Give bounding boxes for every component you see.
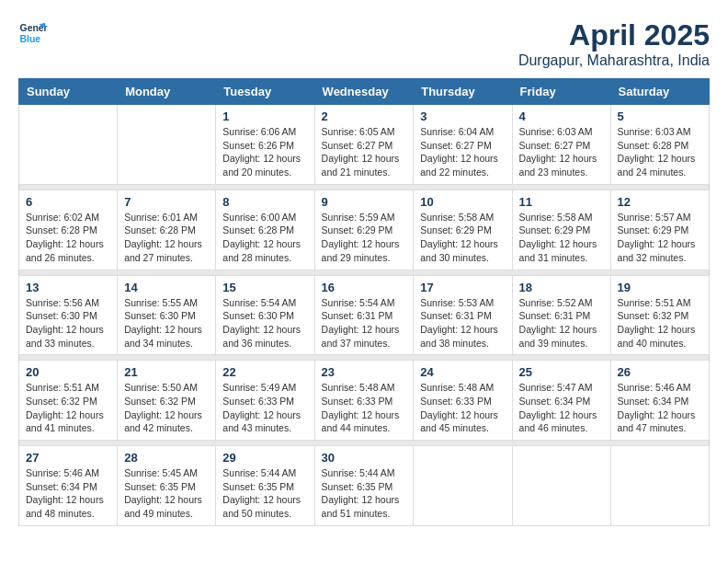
cell-info: Sunrise: 5:44 AMSunset: 6:35 PMDaylight:… bbox=[322, 466, 407, 521]
day-number: 29 bbox=[222, 451, 307, 465]
location-title: Durgapur, Maharashtra, India bbox=[518, 52, 710, 69]
cell-info: Sunrise: 5:51 AMSunset: 6:32 PMDaylight:… bbox=[618, 296, 702, 350]
calendar-cell: 24Sunrise: 5:48 AMSunset: 6:33 PMDayligh… bbox=[414, 361, 512, 441]
cell-info: Sunrise: 5:51 AMSunset: 6:32 PMDaylight:… bbox=[26, 381, 110, 435]
calendar-cell bbox=[19, 105, 118, 185]
day-number: 30 bbox=[322, 451, 407, 465]
cell-info: Sunrise: 5:45 AMSunset: 6:35 PMDaylight:… bbox=[124, 466, 209, 521]
calendar-cell: 12Sunrise: 5:57 AMSunset: 6:29 PMDayligh… bbox=[610, 190, 709, 270]
day-number: 24 bbox=[420, 365, 505, 379]
calendar-table: SundayMondayTuesdayWednesdayThursdayFrid… bbox=[18, 78, 710, 526]
calendar-cell: 27Sunrise: 5:46 AMSunset: 6:34 PMDayligh… bbox=[19, 446, 118, 526]
day-number: 5 bbox=[618, 109, 702, 123]
calendar-week-row: 1Sunrise: 6:06 AMSunset: 6:26 PMDaylight… bbox=[19, 105, 710, 185]
weekday-header-sunday: Sunday bbox=[19, 79, 118, 105]
day-number: 1 bbox=[222, 109, 307, 123]
calendar-cell: 3Sunrise: 6:04 AMSunset: 6:27 PMDaylight… bbox=[414, 105, 512, 185]
calendar-cell: 6Sunrise: 6:02 AMSunset: 6:28 PMDaylight… bbox=[19, 190, 118, 270]
calendar-cell: 18Sunrise: 5:52 AMSunset: 6:31 PMDayligh… bbox=[512, 275, 610, 355]
day-number: 19 bbox=[618, 281, 702, 294]
cell-info: Sunrise: 5:54 AMSunset: 6:30 PMDaylight:… bbox=[222, 296, 307, 350]
day-number: 3 bbox=[420, 109, 505, 123]
calendar-cell: 10Sunrise: 5:58 AMSunset: 6:29 PMDayligh… bbox=[414, 190, 512, 270]
day-number: 12 bbox=[618, 195, 702, 209]
calendar-cell: 5Sunrise: 6:03 AMSunset: 6:28 PMDaylight… bbox=[610, 105, 709, 185]
cell-info: Sunrise: 5:58 AMSunset: 6:29 PMDaylight:… bbox=[420, 211, 505, 265]
calendar-cell: 23Sunrise: 5:48 AMSunset: 6:33 PMDayligh… bbox=[314, 361, 414, 441]
cell-info: Sunrise: 6:05 AMSunset: 6:27 PMDaylight:… bbox=[322, 125, 407, 179]
cell-info: Sunrise: 6:00 AMSunset: 6:28 PMDaylight:… bbox=[222, 211, 307, 265]
day-number: 9 bbox=[322, 195, 407, 209]
day-number: 17 bbox=[420, 281, 505, 294]
cell-info: Sunrise: 5:58 AMSunset: 6:29 PMDaylight:… bbox=[519, 211, 604, 265]
calendar-cell: 7Sunrise: 6:01 AMSunset: 6:28 PMDaylight… bbox=[118, 190, 216, 270]
calendar-cell bbox=[512, 446, 610, 526]
header: General Blue April 2025 Durgapur, Mahara… bbox=[18, 18, 710, 69]
calendar-cell: 11Sunrise: 5:58 AMSunset: 6:29 PMDayligh… bbox=[512, 190, 610, 270]
calendar-cell: 13Sunrise: 5:56 AMSunset: 6:30 PMDayligh… bbox=[19, 275, 118, 355]
cell-info: Sunrise: 5:54 AMSunset: 6:31 PMDaylight:… bbox=[322, 296, 407, 350]
cell-info: Sunrise: 5:49 AMSunset: 6:33 PMDaylight:… bbox=[222, 381, 307, 435]
cell-info: Sunrise: 6:02 AMSunset: 6:28 PMDaylight:… bbox=[26, 211, 110, 265]
calendar-cell: 30Sunrise: 5:44 AMSunset: 6:35 PMDayligh… bbox=[314, 446, 414, 526]
weekday-header-monday: Monday bbox=[118, 79, 216, 105]
cell-info: Sunrise: 6:06 AMSunset: 6:26 PMDaylight:… bbox=[222, 125, 307, 179]
calendar-cell: 8Sunrise: 6:00 AMSunset: 6:28 PMDaylight… bbox=[216, 190, 314, 270]
day-number: 28 bbox=[124, 451, 209, 465]
logo-icon: General Blue bbox=[18, 18, 48, 48]
weekday-header-saturday: Saturday bbox=[610, 79, 709, 105]
cell-info: Sunrise: 5:44 AMSunset: 6:35 PMDaylight:… bbox=[222, 466, 307, 521]
calendar-cell: 1Sunrise: 6:06 AMSunset: 6:26 PMDaylight… bbox=[216, 105, 314, 185]
cell-info: Sunrise: 6:03 AMSunset: 6:27 PMDaylight:… bbox=[519, 125, 604, 179]
calendar-cell bbox=[414, 446, 512, 526]
day-number: 4 bbox=[519, 109, 604, 123]
day-number: 14 bbox=[124, 281, 209, 294]
day-number: 20 bbox=[26, 365, 110, 379]
day-number: 21 bbox=[124, 365, 209, 379]
day-number: 25 bbox=[519, 365, 604, 379]
calendar-cell: 22Sunrise: 5:49 AMSunset: 6:33 PMDayligh… bbox=[216, 361, 314, 441]
calendar-cell: 4Sunrise: 6:03 AMSunset: 6:27 PMDaylight… bbox=[512, 105, 610, 185]
cell-info: Sunrise: 5:47 AMSunset: 6:34 PMDaylight:… bbox=[519, 381, 604, 435]
weekday-header-row: SundayMondayTuesdayWednesdayThursdayFrid… bbox=[19, 79, 710, 105]
calendar-cell: 19Sunrise: 5:51 AMSunset: 6:32 PMDayligh… bbox=[610, 275, 709, 355]
cell-info: Sunrise: 5:46 AMSunset: 6:34 PMDaylight:… bbox=[26, 466, 110, 521]
calendar-cell: 9Sunrise: 5:59 AMSunset: 6:29 PMDaylight… bbox=[314, 190, 414, 270]
calendar-cell: 17Sunrise: 5:53 AMSunset: 6:31 PMDayligh… bbox=[414, 275, 512, 355]
calendar-cell: 21Sunrise: 5:50 AMSunset: 6:32 PMDayligh… bbox=[118, 361, 216, 441]
calendar-week-row: 27Sunrise: 5:46 AMSunset: 6:34 PMDayligh… bbox=[19, 446, 710, 526]
day-number: 15 bbox=[222, 281, 307, 294]
calendar-cell: 14Sunrise: 5:55 AMSunset: 6:30 PMDayligh… bbox=[118, 275, 216, 355]
day-number: 6 bbox=[26, 195, 110, 209]
day-number: 11 bbox=[519, 195, 604, 209]
svg-text:Blue: Blue bbox=[20, 34, 41, 44]
calendar-week-row: 20Sunrise: 5:51 AMSunset: 6:32 PMDayligh… bbox=[19, 361, 710, 441]
cell-info: Sunrise: 5:52 AMSunset: 6:31 PMDaylight:… bbox=[519, 296, 604, 350]
calendar-cell: 15Sunrise: 5:54 AMSunset: 6:30 PMDayligh… bbox=[216, 275, 314, 355]
day-number: 8 bbox=[222, 195, 307, 209]
cell-info: Sunrise: 5:50 AMSunset: 6:32 PMDaylight:… bbox=[124, 381, 209, 435]
day-number: 13 bbox=[26, 281, 110, 294]
day-number: 27 bbox=[26, 451, 110, 465]
day-number: 22 bbox=[222, 365, 307, 379]
day-number: 18 bbox=[519, 281, 604, 294]
day-number: 7 bbox=[124, 195, 209, 209]
cell-info: Sunrise: 6:01 AMSunset: 6:28 PMDaylight:… bbox=[124, 211, 209, 265]
day-number: 10 bbox=[420, 195, 505, 209]
day-number: 23 bbox=[322, 365, 407, 379]
weekday-header-tuesday: Tuesday bbox=[216, 79, 314, 105]
cell-info: Sunrise: 5:57 AMSunset: 6:29 PMDaylight:… bbox=[618, 211, 702, 265]
calendar-cell: 2Sunrise: 6:05 AMSunset: 6:27 PMDaylight… bbox=[314, 105, 414, 185]
weekday-header-thursday: Thursday bbox=[414, 79, 512, 105]
calendar-week-row: 6Sunrise: 6:02 AMSunset: 6:28 PMDaylight… bbox=[19, 190, 710, 270]
month-title: April 2025 bbox=[518, 18, 710, 52]
calendar-cell: 16Sunrise: 5:54 AMSunset: 6:31 PMDayligh… bbox=[314, 275, 414, 355]
cell-info: Sunrise: 5:46 AMSunset: 6:34 PMDaylight:… bbox=[618, 381, 702, 435]
calendar-cell: 26Sunrise: 5:46 AMSunset: 6:34 PMDayligh… bbox=[610, 361, 709, 441]
calendar-cell: 25Sunrise: 5:47 AMSunset: 6:34 PMDayligh… bbox=[512, 361, 610, 441]
calendar-cell bbox=[610, 446, 709, 526]
day-number: 16 bbox=[322, 281, 407, 294]
calendar-cell: 20Sunrise: 5:51 AMSunset: 6:32 PMDayligh… bbox=[19, 361, 118, 441]
title-area: April 2025 Durgapur, Maharashtra, India bbox=[518, 18, 710, 69]
cell-info: Sunrise: 6:04 AMSunset: 6:27 PMDaylight:… bbox=[420, 125, 505, 179]
